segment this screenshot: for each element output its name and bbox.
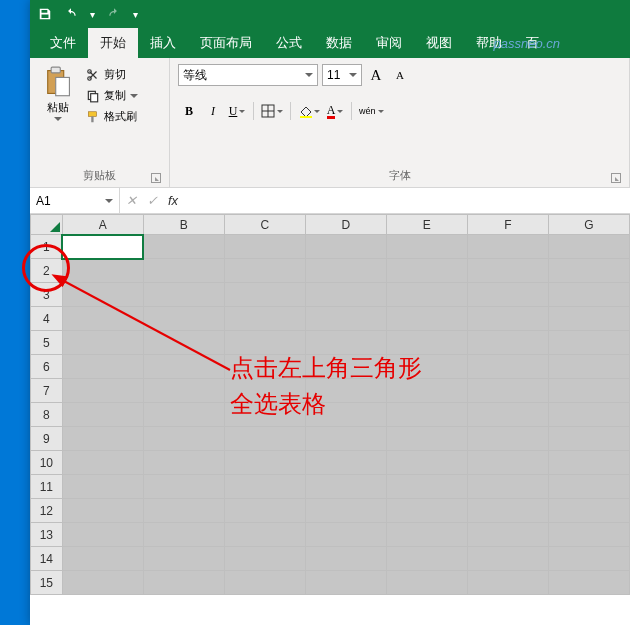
cell[interactable] [548,331,629,355]
cell[interactable] [386,283,467,307]
column-header[interactable]: A [62,215,143,235]
cell[interactable] [548,403,629,427]
cell[interactable] [386,547,467,571]
cell[interactable] [386,475,467,499]
cell[interactable] [62,283,143,307]
border-button[interactable] [259,100,285,122]
cell[interactable] [62,475,143,499]
cell[interactable] [467,307,548,331]
cell[interactable] [62,571,143,595]
cell[interactable] [143,307,224,331]
cell[interactable] [548,379,629,403]
cell[interactable] [467,403,548,427]
cell[interactable] [386,307,467,331]
cell[interactable] [305,451,386,475]
tab-home[interactable]: 开始 [88,28,138,58]
cell[interactable] [467,355,548,379]
cell[interactable] [143,427,224,451]
row-header[interactable]: 8 [31,403,63,427]
cell[interactable] [143,475,224,499]
cell[interactable] [467,475,548,499]
cell[interactable] [548,571,629,595]
cell[interactable] [467,523,548,547]
cell[interactable] [548,475,629,499]
cell[interactable] [143,331,224,355]
select-all-button[interactable] [31,215,63,235]
bold-button[interactable]: B [178,100,200,122]
cell[interactable] [224,475,305,499]
cell[interactable] [386,379,467,403]
cell[interactable] [143,403,224,427]
tab-review[interactable]: 审阅 [364,28,414,58]
clipboard-launcher[interactable] [151,173,161,183]
cell[interactable] [143,571,224,595]
font-color-button[interactable]: A [324,100,346,122]
format-painter-button[interactable]: 格式刷 [84,108,140,125]
cell[interactable] [467,547,548,571]
cell[interactable] [548,523,629,547]
copy-button[interactable]: 复制 [84,87,140,104]
cell[interactable] [62,259,143,283]
column-header[interactable]: G [548,215,629,235]
row-header[interactable]: 5 [31,331,63,355]
cell[interactable] [386,235,467,259]
tab-file[interactable]: 文件 [38,28,88,58]
cell[interactable] [62,547,143,571]
cell[interactable] [224,259,305,283]
cell[interactable] [224,379,305,403]
row-header[interactable]: 9 [31,427,63,451]
font-launcher[interactable] [611,173,621,183]
cell[interactable] [143,355,224,379]
cell[interactable] [143,235,224,259]
cell[interactable] [467,331,548,355]
row-header[interactable]: 7 [31,379,63,403]
column-header[interactable]: E [386,215,467,235]
tab-view[interactable]: 视图 [414,28,464,58]
cell[interactable] [62,355,143,379]
cell[interactable] [62,379,143,403]
column-header[interactable]: C [224,215,305,235]
cell[interactable] [62,403,143,427]
name-box[interactable]: A1 [30,188,120,213]
cell[interactable] [62,235,143,259]
cell[interactable] [548,547,629,571]
cell[interactable] [62,307,143,331]
row-header[interactable]: 12 [31,499,63,523]
font-size-select[interactable]: 11 [322,64,362,86]
row-header[interactable]: 6 [31,355,63,379]
cell[interactable] [224,547,305,571]
cell[interactable] [62,331,143,355]
cell[interactable] [305,331,386,355]
cell[interactable] [305,355,386,379]
cell[interactable] [305,403,386,427]
cell[interactable] [224,571,305,595]
column-header[interactable]: F [467,215,548,235]
cell[interactable] [143,283,224,307]
formula-input[interactable] [184,188,630,213]
insert-function-button[interactable]: fx [168,193,178,208]
cell[interactable] [467,379,548,403]
cell[interactable] [143,379,224,403]
qat-customize[interactable]: ▾ [133,9,138,20]
phonetic-button[interactable]: wén [357,100,386,122]
cell[interactable] [224,523,305,547]
shrink-font-button[interactable]: A [390,64,410,86]
cell[interactable] [548,451,629,475]
cut-button[interactable]: 剪切 [84,66,140,83]
cell[interactable] [62,523,143,547]
cell[interactable] [386,331,467,355]
cell[interactable] [467,235,548,259]
cell[interactable] [386,451,467,475]
cell[interactable] [305,475,386,499]
cell[interactable] [467,427,548,451]
cell[interactable] [224,331,305,355]
cell[interactable] [143,259,224,283]
cell[interactable] [386,427,467,451]
cell[interactable] [305,427,386,451]
cell[interactable] [386,403,467,427]
cell[interactable] [305,307,386,331]
tab-formulas[interactable]: 公式 [264,28,314,58]
cell[interactable] [467,451,548,475]
cell[interactable] [305,259,386,283]
cell[interactable] [224,283,305,307]
